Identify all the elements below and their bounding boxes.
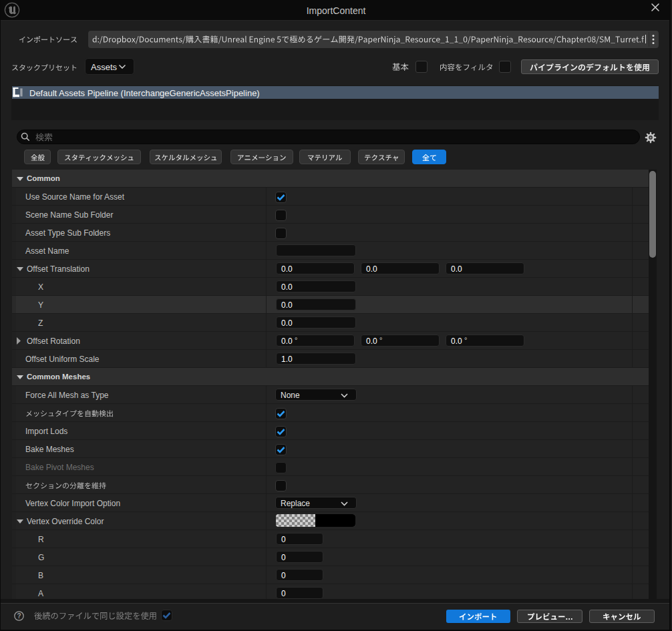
svg-text:?: ? bbox=[17, 612, 21, 620]
